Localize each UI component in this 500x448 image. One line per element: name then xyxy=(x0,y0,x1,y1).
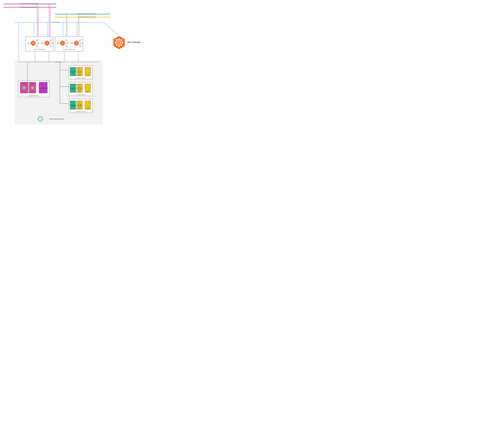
avi-controller-icon xyxy=(113,36,125,49)
wc2-ellipsis: ... xyxy=(83,105,84,106)
se-group-a: AVI Service Engine Group xyxy=(25,37,53,51)
mgmt-cluster-label: Management Cluster xyxy=(29,95,39,96)
svg-text:Control Plane: Control Plane xyxy=(70,105,76,106)
wc-label-2: Workload Cluster 3 xyxy=(76,111,85,112)
avi-controller-label: AVI Controller xyxy=(127,41,140,43)
svg-point-141 xyxy=(79,105,80,105)
mgmt-n2-title: AKO xyxy=(31,83,34,84)
diagram-canvas: AVI MGMT Control Plane VIP network AVI M… xyxy=(0,0,142,127)
label-wl-dp: AVI Workload Data Plane VIP network xyxy=(78,16,96,17)
network-rails xyxy=(3,4,119,35)
svg-text:AKO: AKO xyxy=(78,84,81,85)
wc2-cp-node: Control Plane Node xyxy=(70,101,76,109)
label-ctrl: AVI Control Plane xyxy=(51,22,60,23)
wc0-ako-node: AKO Node xyxy=(77,67,82,76)
mgmt-n3-title: Control Plane Node xyxy=(39,88,48,89)
tanzu-label: Tanzu Kubernetes Grid xyxy=(49,118,64,120)
wc2-ako-node: AKO Node xyxy=(77,101,82,109)
svg-text:AKO: AKO xyxy=(78,68,81,69)
se-group-label-b: AVI Service Engine Group xyxy=(63,49,75,50)
svg-text:Control Plane: Control Plane xyxy=(70,71,76,72)
svg-text:Node: Node xyxy=(86,108,89,109)
mgmt-drops xyxy=(37,4,50,42)
svg-rect-84 xyxy=(39,82,47,93)
workload-cluster-1: Workload Cluster 1 Control Plane Node AK… xyxy=(69,66,93,79)
wc1-ellipsis: ... xyxy=(83,88,84,89)
mgmt-n1-title: AKO Operator xyxy=(21,83,27,84)
wc0-ellipsis: ... xyxy=(83,71,84,72)
label-mgmt-cp: AVI MGMT Control Plane VIP network xyxy=(20,3,38,4)
mgmt-ellipsis: ... xyxy=(37,87,38,88)
wc1-plain-node: Node xyxy=(85,84,91,92)
wc1-cp-node: Control Plane Node xyxy=(70,84,76,92)
svg-point-101 xyxy=(79,72,80,72)
wc-label-0: Workload Cluster 1 xyxy=(76,78,85,79)
wc-label-1: Workload Cluster 2 xyxy=(76,94,85,95)
mgmt-n2-sub: Node xyxy=(31,91,34,93)
svg-text:Node: Node xyxy=(86,74,89,75)
management-cluster: Management Cluster AKO Operator Node AKO… xyxy=(18,80,49,97)
svg-text:Node: Node xyxy=(78,74,81,75)
svg-text:Node: Node xyxy=(72,72,74,73)
mgmt-node-ako: AKO Node xyxy=(29,82,36,93)
svg-text:Node: Node xyxy=(78,91,81,92)
label-node: Node Network xyxy=(55,62,62,63)
mgmt-node-ako-operator: AKO Operator Node xyxy=(20,82,28,93)
svg-text:AKO: AKO xyxy=(78,101,81,102)
svg-text:Node: Node xyxy=(78,108,81,109)
svg-text:Node: Node xyxy=(72,106,74,107)
svg-text:Node: Node xyxy=(86,91,89,92)
svg-point-121 xyxy=(79,88,80,88)
wc0-plain-node: Node xyxy=(85,67,91,76)
svg-text:Control Plane: Control Plane xyxy=(70,88,76,89)
mgmt-n1-sub: Node xyxy=(23,91,25,93)
label-wl-cp: AVI Workload Control Plane VIP network xyxy=(76,13,96,15)
workload-cluster-3: Workload Cluster 3 Control Plane Node AK… xyxy=(69,99,93,113)
workload-cluster-2: Workload Cluster 2 Control Plane Node AK… xyxy=(69,82,93,96)
mgmt-node-cp: Control Plane Node xyxy=(39,82,48,93)
wc1-ako-node: AKO Node xyxy=(77,84,82,92)
label-mgmt-dp: AVI MGMT Data Plane VIP network xyxy=(20,6,37,8)
se-group-label-a: AVI Service Engine Group xyxy=(33,49,46,50)
rail-ctrl xyxy=(14,22,119,35)
se-group-b: AVI Service Engine Group xyxy=(55,37,83,51)
svg-text:Node: Node xyxy=(72,89,74,90)
wc2-plain-node: Node xyxy=(85,101,91,109)
wc0-cp-node: Control Plane Node xyxy=(70,67,76,76)
